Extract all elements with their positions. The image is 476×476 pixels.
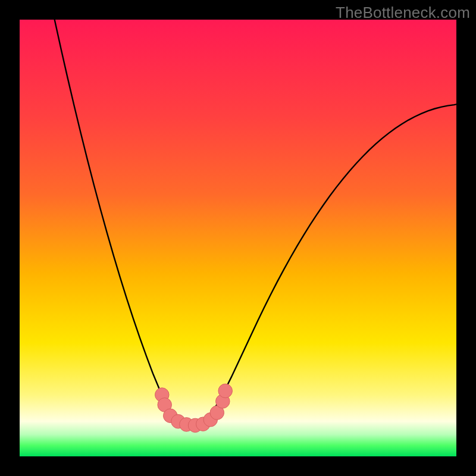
plot-area <box>20 20 456 456</box>
curve-marker <box>218 384 232 397</box>
chart-svg <box>20 20 456 456</box>
chart-frame: TheBottleneck.com <box>0 0 476 476</box>
gradient-background <box>20 20 456 456</box>
